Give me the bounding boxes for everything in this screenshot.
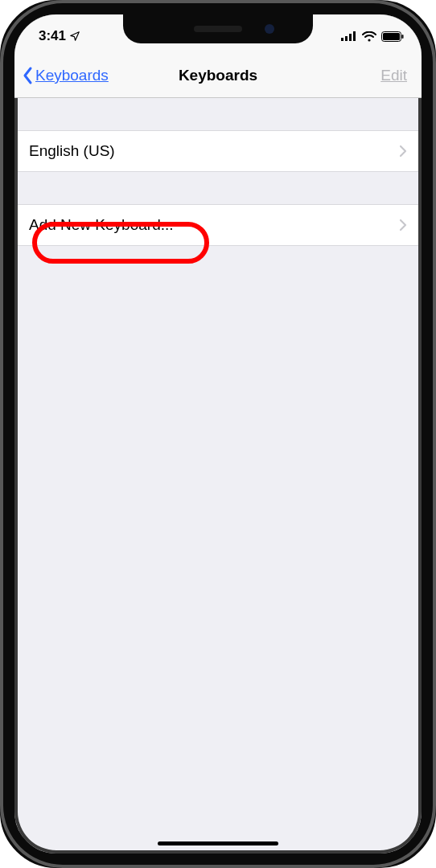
status-time: 3:41 [39,28,80,44]
nav-bar: Keyboards Keyboards Edit [14,53,422,98]
keyboard-row-label: English (US) [29,142,115,160]
svg-point-4 [368,39,370,41]
chevron-right-icon [399,145,407,158]
home-indicator[interactable] [158,841,278,845]
svg-rect-6 [383,33,400,40]
back-button-label: Keyboards [35,67,109,84]
phone-speaker [194,26,242,32]
page-title: Keyboards [179,67,257,84]
svg-rect-0 [341,38,343,41]
back-button[interactable]: Keyboards [21,53,109,97]
wifi-icon [362,31,376,42]
keyboard-row-english-us[interactable]: English (US) [14,130,422,172]
cellular-signal-icon [341,31,357,41]
phone-front-camera [265,24,274,34]
status-time-text: 3:41 [39,28,66,44]
screen: 3:41 [14,14,422,854]
add-new-keyboard-label: Add New Keyboard... [29,216,174,234]
chevron-left-icon [21,66,34,85]
svg-rect-7 [402,35,404,39]
svg-rect-1 [345,36,348,41]
add-keyboard-group: Add New Keyboard... [14,204,422,246]
svg-rect-2 [349,34,352,41]
edit-button-label: Edit [380,67,407,84]
svg-rect-3 [353,31,356,41]
content: English (US) Add New Keyboard... [14,98,422,854]
keyboards-group: English (US) [14,130,422,172]
phone-notch [123,14,313,43]
chevron-right-icon [399,219,407,231]
battery-icon [381,31,404,42]
status-right [341,31,404,42]
edit-button[interactable]: Edit [380,53,407,97]
location-arrow-icon [69,31,80,42]
add-new-keyboard-row[interactable]: Add New Keyboard... [14,204,422,246]
